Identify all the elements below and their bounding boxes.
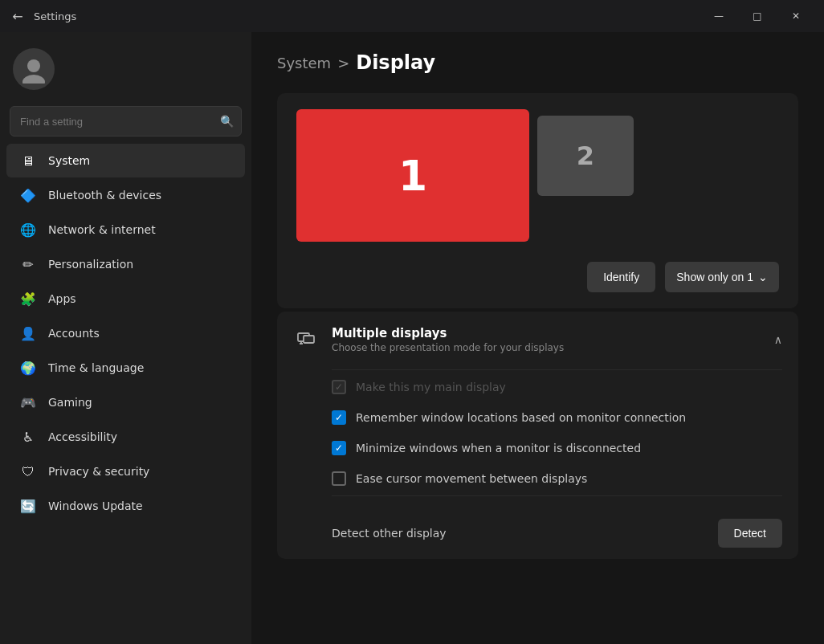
- page-title: Display: [356, 51, 435, 74]
- minimize-icon: —: [714, 10, 724, 22]
- checkbox-ease-cursor[interactable]: [332, 471, 346, 486]
- nav-icon-accessibility: ♿: [19, 428, 37, 446]
- section-header-left: Multiple displays Choose the presentatio…: [293, 326, 564, 353]
- multiple-displays-header[interactable]: Multiple displays Choose the presentatio…: [277, 312, 798, 368]
- sidebar: 🔍 🖥 System 🔷 Bluetooth & devices 🌐 Netwo…: [0, 32, 251, 644]
- section-body: Make this my main display Remember windo…: [277, 369, 798, 507]
- back-button[interactable]: ←: [10, 8, 26, 24]
- nav-label-privacy: Privacy & security: [48, 465, 149, 478]
- svg-rect-3: [304, 336, 314, 343]
- show-only-chevron-icon: ⌄: [758, 271, 768, 283]
- sidebar-item-gaming[interactable]: 🎮 Gaming: [6, 385, 245, 419]
- display-preview-card: 1 2 Identify Show only on 1 ⌄: [277, 93, 798, 308]
- search-input[interactable]: [10, 106, 242, 137]
- setting-row-remember-locations: Remember window locations based on monit…: [332, 402, 782, 433]
- nav-icon-windows-update: 🔄: [19, 497, 37, 515]
- nav-icon-gaming: 🎮: [19, 393, 37, 411]
- search-box: 🔍: [10, 106, 242, 137]
- sidebar-item-time[interactable]: 🌍 Time & language: [6, 351, 245, 385]
- svg-point-0: [27, 59, 40, 72]
- setting-label-ease-cursor: Ease cursor movement between displays: [356, 472, 587, 485]
- back-icon: ←: [12, 9, 22, 24]
- detect-label: Detect other display: [332, 527, 447, 540]
- monitor-1[interactable]: 1: [296, 109, 529, 242]
- nav-label-apps: Apps: [48, 292, 76, 305]
- display-actions: Identify Show only on 1 ⌄: [296, 262, 779, 292]
- section-title: Multiple displays: [332, 326, 564, 340]
- sidebar-item-accounts[interactable]: 👤 Accounts: [6, 316, 245, 350]
- show-only-dropdown[interactable]: Show only on 1 ⌄: [665, 262, 779, 292]
- titlebar-left: ← Settings: [10, 8, 76, 24]
- monitor-2[interactable]: 2: [537, 116, 634, 196]
- monitor-1-label: 1: [398, 152, 427, 200]
- sidebar-item-accessibility[interactable]: ♿ Accessibility: [6, 420, 245, 454]
- maximize-button[interactable]: □: [739, 3, 776, 29]
- nav-list: 🖥 System 🔷 Bluetooth & devices 🌐 Network…: [0, 143, 251, 524]
- nav-label-personalization: Personalization: [48, 258, 133, 271]
- sidebar-item-windows-update[interactable]: 🔄 Windows Update: [6, 489, 245, 523]
- nav-icon-time: 🌍: [19, 359, 37, 377]
- maximize-icon: □: [753, 10, 761, 22]
- setting-label-minimize-windows: Minimize windows when a monitor is disco…: [356, 442, 641, 454]
- breadcrumb-parent: System: [277, 55, 331, 71]
- checkbox-minimize-windows[interactable]: [332, 441, 346, 455]
- sidebar-item-network[interactable]: 🌐 Network & internet: [6, 213, 245, 247]
- setting-row-minimize-windows: Minimize windows when a monitor is disco…: [332, 433, 782, 463]
- multiple-displays-section: Multiple displays Choose the presentatio…: [277, 312, 798, 559]
- divider: [332, 369, 782, 370]
- sidebar-item-bluetooth[interactable]: 🔷 Bluetooth & devices: [6, 178, 245, 212]
- svg-point-1: [22, 75, 45, 84]
- detect-button[interactable]: Detect: [718, 519, 782, 548]
- show-only-label: Show only on 1: [676, 271, 753, 283]
- sidebar-item-system[interactable]: 🖥 System: [6, 144, 245, 177]
- setting-row-ease-cursor: Ease cursor movement between displays: [332, 463, 782, 494]
- breadcrumb: System > Display: [277, 51, 798, 74]
- window-controls: — □ ✕: [700, 3, 814, 29]
- nav-label-system: System: [48, 154, 90, 167]
- collapse-icon: ∧: [774, 333, 782, 346]
- nav-icon-privacy: 🛡: [19, 463, 37, 480]
- identify-button[interactable]: Identify: [587, 262, 655, 292]
- sidebar-item-privacy[interactable]: 🛡 Privacy & security: [6, 454, 245, 488]
- sidebar-item-apps[interactable]: 🧩 Apps: [6, 282, 245, 316]
- section-title-group: Multiple displays Choose the presentatio…: [332, 326, 564, 353]
- checkbox-remember-locations[interactable]: [332, 410, 346, 425]
- app-title: Settings: [34, 10, 76, 22]
- close-button[interactable]: ✕: [777, 3, 814, 29]
- nav-label-time: Time & language: [48, 361, 144, 374]
- avatar: [13, 48, 55, 90]
- search-icon: 🔍: [220, 115, 234, 128]
- setting-label-main-display: Make this my main display: [356, 381, 506, 393]
- breadcrumb-separator: >: [337, 55, 349, 71]
- setting-label-remember-locations: Remember window locations based on monit…: [356, 411, 686, 424]
- monitor-2-label: 2: [577, 141, 594, 171]
- nav-label-bluetooth: Bluetooth & devices: [48, 189, 161, 202]
- nav-label-network: Network & internet: [48, 223, 156, 236]
- nav-icon-system: 🖥: [19, 152, 37, 169]
- nav-icon-network: 🌐: [19, 221, 37, 238]
- divider-bottom: [332, 495, 782, 496]
- nav-icon-accounts: 👤: [19, 324, 37, 342]
- titlebar: ← Settings — □ ✕: [0, 0, 824, 32]
- settings-rows: Make this my main display Remember windo…: [332, 372, 782, 494]
- section-subtitle: Choose the presentation mode for your di…: [332, 342, 564, 353]
- nav-label-accounts: Accounts: [48, 327, 100, 340]
- setting-row-main-display: Make this my main display: [332, 372, 782, 402]
- nav-icon-personalization: ✏️: [19, 255, 37, 273]
- app-container: 🔍 🖥 System 🔷 Bluetooth & devices 🌐 Netwo…: [0, 32, 824, 644]
- nav-icon-apps: 🧩: [19, 290, 37, 308]
- nav-icon-bluetooth: 🔷: [19, 186, 37, 204]
- minimize-button[interactable]: —: [700, 3, 737, 29]
- detect-row: Detect other display Detect: [277, 507, 798, 559]
- monitor-container: 1 2: [296, 109, 779, 246]
- user-profile[interactable]: [0, 42, 251, 103]
- multiple-displays-icon: [293, 327, 319, 353]
- close-icon: ✕: [792, 10, 800, 22]
- nav-label-windows-update: Windows Update: [48, 499, 143, 512]
- nav-label-accessibility: Accessibility: [48, 430, 117, 443]
- nav-label-gaming: Gaming: [48, 396, 92, 409]
- sidebar-item-personalization[interactable]: ✏️ Personalization: [6, 247, 245, 281]
- checkbox-main-display: [332, 380, 346, 394]
- main-content: System > Display 1 2 Identify Show only …: [251, 32, 824, 644]
